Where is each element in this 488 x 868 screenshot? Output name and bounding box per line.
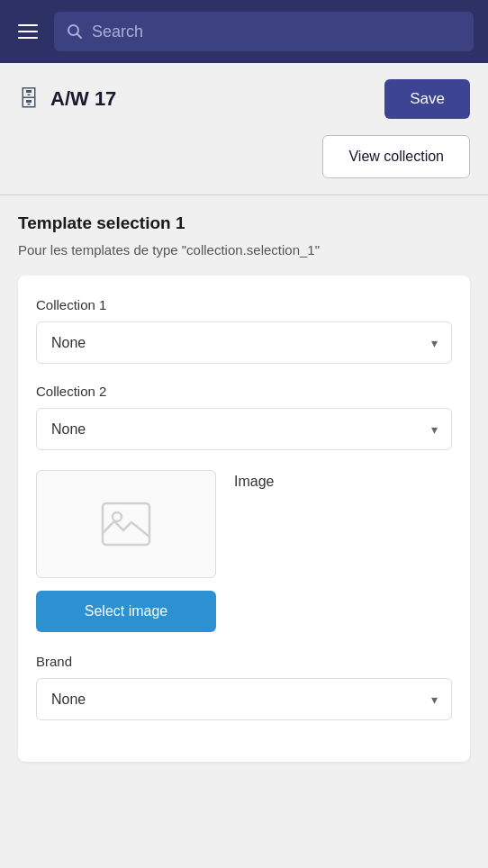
collection1-label: Collection 1 bbox=[36, 297, 452, 312]
navbar bbox=[0, 0, 488, 63]
page-title: A/W 17 bbox=[50, 87, 116, 111]
svg-line-1 bbox=[77, 34, 82, 39]
template-description: Pour les templates de type "collection.s… bbox=[18, 242, 470, 258]
image-label: Image bbox=[234, 470, 274, 490]
hamburger-line-2 bbox=[18, 31, 38, 32]
svg-rect-2 bbox=[103, 503, 149, 545]
brand-select[interactable]: None bbox=[36, 678, 452, 720]
view-collection-button[interactable]: View collection bbox=[322, 135, 470, 178]
collection2-label: Collection 2 bbox=[36, 384, 452, 399]
svg-point-3 bbox=[113, 512, 122, 521]
collection2-field: Collection 2 None ▾ bbox=[36, 384, 452, 450]
save-button[interactable]: Save bbox=[384, 79, 470, 119]
hamburger-button[interactable] bbox=[14, 21, 41, 42]
search-input[interactable] bbox=[92, 23, 461, 41]
collection1-select[interactable]: None bbox=[36, 321, 452, 364]
hamburger-line-1 bbox=[18, 24, 38, 26]
hamburger-line-3 bbox=[18, 37, 38, 39]
collection1-field: Collection 1 None ▾ bbox=[36, 297, 452, 364]
brand-label: Brand bbox=[36, 654, 452, 669]
image-field-wrap: Select image Image bbox=[36, 470, 452, 632]
page-header: 🗄 A/W 17 Save bbox=[0, 63, 488, 131]
template-card: Collection 1 None ▾ Collection 2 None ▾ bbox=[18, 276, 470, 762]
image-placeholder-icon bbox=[100, 501, 152, 547]
select-image-button[interactable]: Select image bbox=[36, 591, 216, 632]
collection2-select-wrap: None ▾ bbox=[36, 408, 452, 450]
image-label-wrap: Image bbox=[234, 470, 274, 490]
db-icon: 🗄 bbox=[18, 86, 40, 112]
page-title-wrap: 🗄 A/W 17 bbox=[18, 86, 116, 112]
brand-select-wrap: None ▾ bbox=[36, 678, 452, 720]
search-icon bbox=[67, 23, 83, 40]
collection2-select[interactable]: None bbox=[36, 408, 452, 450]
search-bar bbox=[54, 12, 474, 51]
image-picker: Select image bbox=[36, 470, 216, 632]
template-title: Template selection 1 bbox=[18, 213, 470, 233]
collection1-select-wrap: None ▾ bbox=[36, 321, 452, 364]
brand-field: Brand None ▾ bbox=[36, 654, 452, 720]
image-placeholder bbox=[36, 470, 216, 578]
main-content: Template selection 1 Pour les templates … bbox=[0, 195, 488, 780]
view-collection-wrap: View collection bbox=[0, 131, 488, 194]
